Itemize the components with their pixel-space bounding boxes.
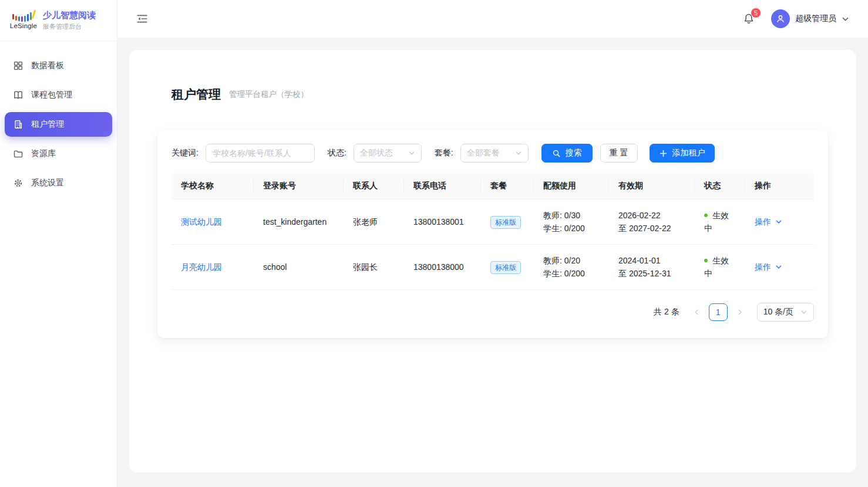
logo-bars-icon: [9, 11, 38, 22]
chevron-down-icon: [515, 150, 522, 157]
status-select[interactable]: 全部状态: [354, 144, 422, 163]
bell-icon: [743, 17, 755, 26]
col-contact: 联系人: [344, 173, 404, 199]
validity-cell: 2024-01-01 至 2025-12-31: [609, 245, 695, 290]
prev-page-icon: [693, 309, 700, 316]
status-dot: [704, 259, 708, 262]
contact-cell: 张老师: [344, 199, 404, 245]
folder-icon: [13, 148, 23, 159]
page-card: 租户管理 管理平台租户（学校） 关键词: 状态: 全部状态: [129, 50, 856, 472]
sidebar-item-label: 课程包管理: [31, 90, 72, 100]
table-row: 测试幼儿园 test_kindergarten 张老师 13800138001 …: [171, 199, 814, 245]
school-link[interactable]: 测试幼儿园: [181, 217, 222, 226]
plan-select-value: 全部套餐: [467, 148, 500, 158]
chevron-down-icon: [775, 218, 782, 225]
notification-bell[interactable]: 5: [743, 13, 755, 25]
search-icon: [552, 149, 561, 158]
status-dot: [704, 214, 708, 217]
table-row: 月亮幼儿园 school 张园长 13800138000 标准版 教师: 0/2…: [171, 245, 814, 290]
school-link[interactable]: 月亮幼儿园: [181, 262, 222, 272]
sidebar-item-label: 系统设置: [31, 178, 64, 188]
filter-bar: 关键词: 状态: 全部状态 套餐: 全部套餐: [171, 144, 814, 163]
brand-subtitle: 服务管理后台: [43, 22, 96, 31]
page-head: 租户管理 管理平台租户（学校）: [171, 86, 828, 103]
sidebar-menu: 数据看板 课程包管理 租户管理 资源库: [0, 41, 117, 212]
sidebar-item-course-packages[interactable]: 课程包管理: [5, 83, 112, 107]
status-label: 状态:: [328, 148, 346, 158]
brand-name: 少儿智慧阅读: [43, 10, 96, 21]
status-select-value: 全部状态: [360, 148, 393, 158]
avatar: [771, 9, 790, 28]
top-header: 5 超级管理员: [117, 0, 868, 38]
dashboard-icon: [13, 60, 23, 71]
status-badge: 生效中: [704, 211, 729, 233]
add-tenant-button[interactable]: 添加租户: [650, 144, 715, 163]
building-icon: [13, 119, 23, 130]
notification-badge: 5: [751, 8, 761, 18]
next-page-button[interactable]: [732, 303, 748, 321]
status-cell: 生效中: [695, 245, 745, 290]
col-status: 状态: [695, 173, 745, 199]
chevron-down-icon: [775, 263, 782, 270]
col-validity: 有效期: [609, 173, 695, 199]
page-subtitle: 管理平台租户（学校）: [229, 89, 308, 100]
user-menu[interactable]: 超级管理员: [771, 9, 849, 28]
col-account: 登录账号: [254, 173, 344, 199]
page-size-value: 10 条/页: [763, 307, 793, 317]
sidebar-item-settings[interactable]: 系统设置: [5, 171, 112, 195]
user-name: 超级管理员: [795, 13, 836, 24]
page-size-select[interactable]: 10 条/页: [757, 303, 814, 322]
brand: LeSingle 少儿智慧阅读 服务管理后台: [0, 0, 117, 41]
reset-button[interactable]: 重 置: [600, 144, 638, 163]
app-root: LeSingle 少儿智慧阅读 服务管理后台 数据看板 课程包管理: [0, 0, 868, 487]
sidebar-item-dashboard[interactable]: 数据看板: [5, 53, 112, 78]
table-header-row: 学校名称 登录账号 联系人 联系电话 套餐 配额使用 有效期 状态 操作: [171, 173, 814, 199]
sidebar-item-label: 租户管理: [31, 119, 64, 130]
sidebar-item-resources[interactable]: 资源库: [5, 141, 112, 166]
chevron-down-icon: [842, 15, 849, 23]
col-phone: 联系电话: [404, 173, 481, 199]
gear-icon: [13, 178, 23, 188]
avatar-user-icon: [775, 13, 786, 24]
keyword-label: 关键词:: [171, 148, 199, 158]
plan-badge: 标准版: [490, 216, 521, 229]
status-badge: 生效中: [704, 256, 729, 278]
col-actions: 操作: [745, 173, 814, 199]
book-icon: [13, 90, 23, 100]
keyword-input[interactable]: [206, 144, 315, 163]
row-actions-dropdown[interactable]: 操作: [755, 215, 782, 228]
col-school: 学校名称: [171, 173, 254, 199]
account-cell: test_kindergarten: [254, 199, 344, 245]
plan-label: 套餐:: [435, 148, 453, 158]
plus-icon: [659, 149, 668, 158]
plan-select[interactable]: 全部套餐: [460, 144, 529, 163]
sidebar-item-label: 资源库: [31, 148, 56, 159]
sidebar: LeSingle 少儿智慧阅读 服务管理后台 数据看板 课程包管理: [0, 0, 117, 487]
row-actions-dropdown[interactable]: 操作: [755, 261, 782, 273]
sidebar-item-label: 数据看板: [31, 60, 64, 71]
quota-cell: 教师: 0/20 学生: 0/200: [534, 245, 609, 290]
validity-cell: 2026-02-22 至 2027-02-22: [609, 199, 695, 245]
prev-page-button[interactable]: [689, 303, 704, 321]
quota-cell: 教师: 0/30 学生: 0/200: [534, 199, 609, 245]
chevron-down-icon: [408, 150, 415, 157]
brand-logo: LeSingle: [9, 11, 38, 29]
menu-fold-icon[interactable]: [136, 13, 148, 25]
logo-text: LeSingle: [9, 22, 38, 29]
pagination-total: 共 2 条: [654, 307, 679, 317]
search-button[interactable]: 搜索: [541, 144, 593, 163]
next-page-icon: [736, 309, 743, 316]
sidebar-item-tenants[interactable]: 租户管理: [5, 112, 112, 137]
plan-badge: 标准版: [490, 261, 521, 274]
content-area: 租户管理 管理平台租户（学校） 关键词: 状态: 全部状态: [117, 38, 868, 487]
tenant-panel: 关键词: 状态: 全部状态 套餐: 全部套餐: [157, 130, 828, 338]
phone-cell: 13800138001: [404, 199, 481, 245]
status-cell: 生效中: [695, 199, 745, 245]
account-cell: school: [254, 245, 344, 290]
tenant-table: 学校名称 登录账号 联系人 联系电话 套餐 配额使用 有效期 状态 操作: [171, 173, 814, 290]
col-quota: 配额使用: [534, 173, 609, 199]
main-area: 5 超级管理员 租户管理 管理平台租户（学校）: [117, 0, 868, 487]
chevron-down-icon: [800, 309, 808, 316]
page-title: 租户管理: [171, 86, 221, 103]
page-1-button[interactable]: 1: [709, 303, 728, 321]
